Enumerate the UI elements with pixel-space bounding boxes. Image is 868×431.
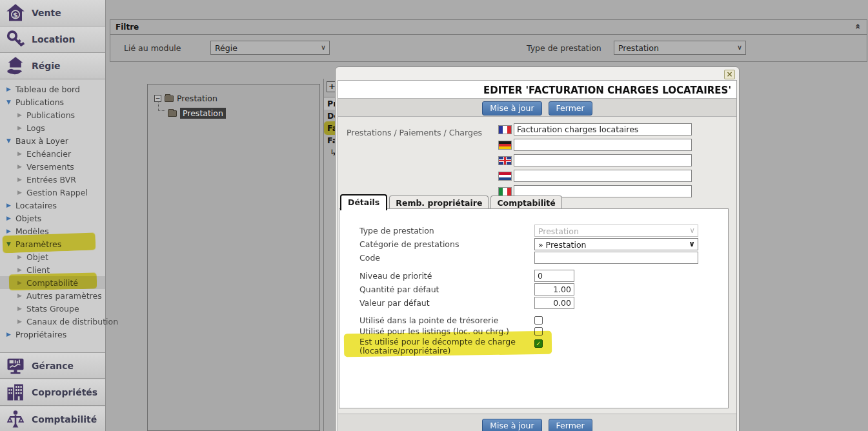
sidebar-item-label: Entrées BVR	[26, 175, 76, 185]
label-de-input[interactable]	[514, 139, 692, 151]
sidebar-item-proprietaires[interactable]: ▶Propriétaires	[3, 328, 105, 341]
chevron-right-icon: ▶	[16, 125, 23, 131]
building-icon	[6, 383, 25, 402]
pointe-tresorerie-checkbox[interactable]	[534, 316, 543, 325]
form-row-priorite: Niveau de priorité	[359, 270, 722, 282]
niveau-priorite-input[interactable]	[534, 270, 574, 282]
tab-details[interactable]: Détails	[340, 194, 387, 210]
translation-row	[498, 170, 692, 182]
module-select[interactable]: Régie	[210, 41, 330, 55]
code-input[interactable]	[534, 252, 698, 264]
netherlands-flag-icon	[498, 172, 512, 181]
sidebar-item-locataires[interactable]: ▶Locataires	[3, 199, 105, 212]
sidebar-item-label: Versements	[26, 162, 74, 172]
field-label: Niveau de priorité	[359, 271, 534, 281]
field-label: Type de prestation	[359, 226, 534, 236]
uk-flag-icon	[498, 156, 512, 165]
sidebar-item-label: Canaux de distribution	[26, 317, 118, 326]
field-label: Valeur par défaut	[359, 298, 534, 308]
sidebar-item-parametres[interactable]: ▼Paramètres	[3, 237, 105, 250]
sidebar-item-objets[interactable]: ▶Objets	[3, 212, 105, 225]
field-label: Quantité par défaut	[359, 285, 534, 294]
label-fr-input[interactable]	[514, 123, 692, 135]
sidebar-item-tableau-de-bord[interactable]: ▶Tableau de bord	[3, 83, 105, 95]
sidebar-item-entrees-bvr[interactable]: ▶Entrées BVR	[3, 173, 105, 186]
sidebar-module-label: Comptabilité	[32, 414, 97, 425]
update-button[interactable]: Mise à jour	[482, 101, 541, 115]
close-button[interactable]: Fermer	[549, 101, 592, 115]
prestation-type-select[interactable]: Prestation	[614, 41, 746, 55]
sidebar-item-comptabilite[interactable]: ▶Comptabilité	[3, 276, 105, 289]
germany-flag-icon	[498, 141, 512, 150]
module-select-value: Régie	[215, 43, 237, 53]
sidebar-item-label: Comptabilité	[26, 278, 78, 288]
filter-panel: Filtre « Lié au module Régie Type de pre…	[110, 19, 867, 62]
sidebar-module-label: Gérance	[32, 361, 74, 371]
sidebar-item-logs[interactable]: ▶Logs	[3, 121, 105, 134]
sidebar-item-modeles[interactable]: ▶Modèles	[3, 225, 105, 237]
translations-rows	[498, 123, 692, 201]
sidebar-item-baux-a-loyer[interactable]: ▼Baux à Loyer	[3, 134, 105, 147]
sidebar-item-label: Logs	[26, 123, 45, 133]
sidebar-item-autres-parametres[interactable]: ▶Autres paramètres	[3, 289, 105, 302]
translation-row	[498, 154, 692, 166]
chevron-right-icon: ▶	[16, 279, 23, 286]
sidebar-module-comptabilite[interactable]: Comptabilité	[0, 406, 105, 431]
sidebar-item-label: Paramètres	[15, 239, 61, 249]
sidebar-module-label: Copropriétés	[32, 387, 97, 397]
chevron-right-icon: ▶	[5, 86, 12, 92]
sidebar-module-coproprietes[interactable]: Copropriétés	[0, 379, 105, 406]
label-nl-input[interactable]	[514, 170, 692, 182]
type-prestation-value: Prestation	[538, 226, 579, 236]
valeur-defaut-input[interactable]	[534, 297, 574, 309]
sidebar-item-label: Objets	[15, 214, 41, 223]
sidebar-item-publications[interactable]: ▼Publications	[3, 95, 105, 108]
sidebar-item-echeancier[interactable]: ▶Echéancier	[3, 147, 105, 160]
chevron-right-icon: ▶	[16, 112, 23, 118]
dialog-toolbar: Mise à jour Fermer	[338, 98, 736, 117]
house-dollar-icon: $	[6, 3, 25, 23]
close-button-footer[interactable]: Fermer	[549, 419, 592, 431]
quantite-defaut-input[interactable]	[534, 283, 574, 296]
sidebar-item-label: Locataires	[15, 201, 57, 210]
sidebar-module-vente[interactable]: $ Vente	[0, 0, 105, 26]
label-en-input[interactable]	[514, 154, 692, 166]
sidebar-module-location[interactable]: Location	[0, 26, 105, 53]
sidebar-item-canaux-de-distribution[interactable]: ▶Canaux de distribution	[3, 315, 105, 328]
france-flag-icon	[498, 125, 512, 134]
tree-node-label-selected[interactable]: Prestation	[180, 108, 226, 119]
categorie-prestations-select[interactable]: » Prestation	[534, 238, 698, 250]
chevron-right-icon: ▶	[5, 228, 12, 234]
decompte-charge-checkbox[interactable]: ✓	[534, 339, 543, 348]
chevron-right-icon: ▶	[16, 150, 23, 157]
sidebar-item-stats-groupe[interactable]: ▶Stats Groupe	[3, 302, 105, 315]
chevron-right-icon: ▶	[16, 176, 23, 183]
sidebar-item-client[interactable]: ▶Client	[3, 263, 105, 276]
sidebar-module-gerance[interactable]: Gérance	[0, 352, 105, 379]
key-icon	[6, 30, 25, 49]
sidebar-item-objet[interactable]: ▶Objet	[3, 250, 105, 263]
update-button-footer[interactable]: Mise à jour	[482, 419, 541, 431]
tree-child-node[interactable]: Prestation	[168, 108, 226, 119]
svg-text:$: $	[13, 11, 18, 19]
close-icon[interactable]: ×	[724, 70, 735, 79]
collapse-chevrons-icon[interactable]: «	[854, 23, 862, 29]
sidebar-module-label: Régie	[32, 61, 61, 71]
listings-checkbox[interactable]	[534, 327, 543, 336]
sidebar-item-publications-sub[interactable]: ▶Publications	[3, 108, 105, 121]
translation-row	[498, 139, 692, 151]
sidebar-item-versements[interactable]: ▶Versements	[3, 160, 105, 173]
chevron-right-icon: ▶	[16, 189, 23, 195]
checkbox-label: Est utilisé pour le décompte de charge(l…	[359, 337, 534, 355]
sidebar-item-gestion-rappel[interactable]: ▶Gestion Rappel	[3, 186, 105, 199]
sidebar-tree: ▶Tableau de bord ▼Publications ▶Publicat…	[0, 79, 105, 341]
chevron-right-icon: ▶	[5, 215, 12, 221]
sidebar-item-label: Autres paramètres	[26, 291, 102, 301]
filter-panel-body: Lié au module Régie Type de prestation P…	[110, 35, 867, 61]
sidebar-module-regie[interactable]: Régie	[0, 53, 105, 79]
dialog-body: EDITER 'FACTURATION CHARGES LOCATAIRES' …	[338, 80, 737, 431]
sidebar-item-label: Modèles	[15, 226, 49, 236]
form-row-code: Code	[359, 252, 722, 264]
sidebar-item-label: Objet	[26, 252, 48, 262]
filter-panel-header: Filtre «	[110, 20, 867, 35]
